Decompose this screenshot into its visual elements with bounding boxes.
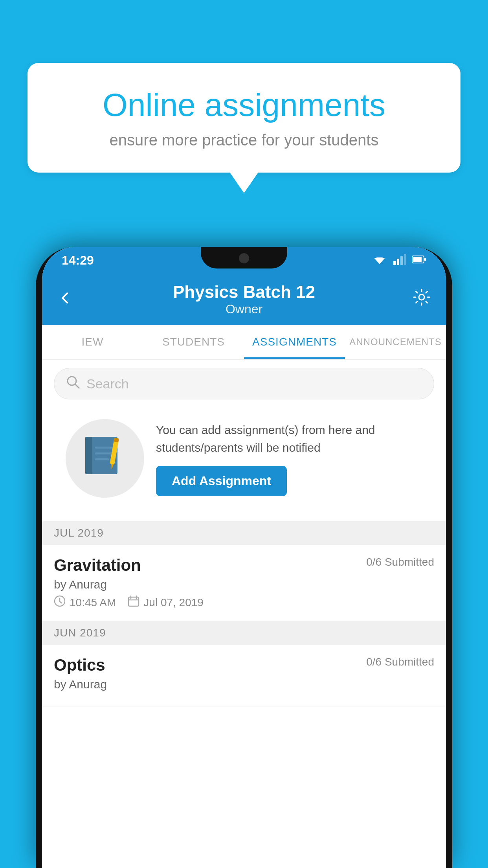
tab-bar: IEW STUDENTS ASSIGNMENTS ANNOUNCEMENTS <box>42 325 446 360</box>
svg-rect-5 <box>404 254 406 265</box>
svg-rect-14 <box>95 447 114 449</box>
assignment-gravitation[interactable]: Gravitation 0/6 Submitted by Anurag <box>42 545 446 621</box>
svg-rect-15 <box>95 452 114 454</box>
info-text-area: You can add assignment(s) from here and … <box>156 421 422 496</box>
settings-button[interactable] <box>413 289 430 310</box>
svg-rect-3 <box>397 259 399 265</box>
svg-rect-8 <box>413 257 422 262</box>
assignment-submitted-gravitation: 0/6 Submitted <box>366 556 434 568</box>
tab-iew[interactable]: IEW <box>42 325 143 359</box>
date-value: Jul 07, 2019 <box>143 596 204 609</box>
section-jul-2019: JUL 2019 <box>42 521 446 545</box>
app-content: Search <box>42 360 446 868</box>
info-card: You can add assignment(s) from here and … <box>54 407 434 509</box>
speech-bubble-area: Online assignments ensure more practice … <box>28 63 460 173</box>
assignment-optics[interactable]: Optics 0/6 Submitted by Anurag <box>42 645 446 706</box>
notebook-icon <box>85 435 125 482</box>
svg-rect-4 <box>400 256 403 265</box>
assignment-date: Jul 07, 2019 <box>128 595 204 610</box>
speech-bubble: Online assignments ensure more practice … <box>28 63 460 173</box>
assignment-time: 10:45 AM <box>54 595 116 610</box>
svg-rect-13 <box>85 437 92 474</box>
assignment-optics-top-row: Optics 0/6 Submitted <box>54 656 434 675</box>
signal-icon <box>393 254 406 267</box>
svg-rect-16 <box>95 458 109 460</box>
svg-rect-23 <box>128 597 139 606</box>
section-jul-label: JUL 2019 <box>54 527 104 539</box>
assignment-name-gravitation: Gravitation <box>54 556 141 575</box>
tab-announcements[interactable]: ANNOUNCEMENTS <box>345 325 446 359</box>
assignment-submitted-optics: 0/6 Submitted <box>366 656 434 668</box>
wifi-icon <box>372 254 387 267</box>
svg-rect-19 <box>114 438 119 442</box>
search-icon <box>66 375 80 393</box>
calendar-icon <box>128 595 139 610</box>
section-jun-label: JUN 2019 <box>54 627 106 639</box>
header-title: Physics Batch 12 <box>173 282 315 302</box>
assignment-by-gravitation: by Anurag <box>54 578 434 591</box>
assignment-top-row: Gravitation 0/6 Submitted <box>54 556 434 575</box>
phone-screen: 14:29 <box>42 247 446 868</box>
bubble-subtitle: ensure more practice for your students <box>55 131 433 149</box>
search-bar[interactable]: Search <box>54 368 434 399</box>
notebook-icon-wrap <box>66 419 144 498</box>
time-value: 10:45 AM <box>70 596 116 609</box>
svg-rect-2 <box>393 261 396 265</box>
header-title-area: Physics Batch 12 Owner <box>173 282 315 316</box>
assignment-name-optics: Optics <box>54 656 105 675</box>
assignment-meta-gravitation: 10:45 AM Jul 07, 2019 <box>54 595 434 610</box>
app-header: Physics Batch 12 Owner <box>42 274 446 325</box>
section-jun-2019: JUN 2019 <box>42 621 446 645</box>
svg-rect-7 <box>424 258 426 261</box>
bubble-title: Online assignments <box>55 86 433 123</box>
svg-line-11 <box>75 384 79 388</box>
battery-icon <box>412 255 426 265</box>
status-time: 14:29 <box>62 253 94 268</box>
camera-dot <box>239 253 249 263</box>
search-placeholder: Search <box>86 376 129 392</box>
phone-notch <box>201 247 287 268</box>
add-assignment-button[interactable]: Add Assignment <box>156 466 287 496</box>
phone-frame: 14:29 <box>36 247 452 868</box>
header-subtitle: Owner <box>173 302 315 316</box>
info-description: You can add assignment(s) from here and … <box>156 421 422 456</box>
clock-icon <box>54 595 66 610</box>
svg-point-9 <box>419 294 424 300</box>
back-button[interactable] <box>58 289 72 309</box>
tab-assignments[interactable]: ASSIGNMENTS <box>244 325 345 359</box>
status-icons <box>372 254 426 267</box>
tab-students[interactable]: STUDENTS <box>143 325 244 359</box>
assignment-by-optics: by Anurag <box>54 678 434 691</box>
svg-line-22 <box>60 601 62 603</box>
